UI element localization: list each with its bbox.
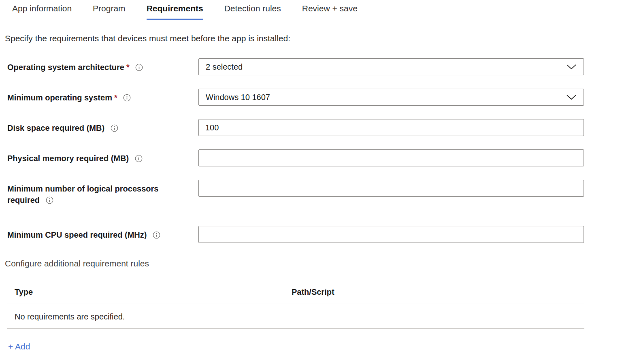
field-label-text: Disk space required (MB) (7, 123, 104, 132)
field-label-text: Minimum number of logical processors req… (7, 184, 158, 204)
tab-program[interactable]: Program (93, 4, 126, 20)
chevron-down-icon (565, 94, 577, 100)
os-architecture-dropdown[interactable]: 2 selected (198, 58, 584, 75)
column-header-type: Type (15, 287, 292, 297)
physical-memory-input[interactable] (198, 149, 584, 166)
required-asterisk: * (114, 93, 117, 102)
tab-review-save[interactable]: Review + save (302, 4, 358, 20)
field-label: Operating system architecture* (7, 58, 198, 73)
info-icon[interactable] (46, 196, 53, 204)
requirements-table: Type Path/Script No requirements are spe… (0, 287, 622, 329)
form-row-disk-space: Disk space required (MB) (0, 119, 622, 136)
info-icon[interactable] (123, 94, 131, 102)
required-asterisk: * (126, 63, 130, 72)
info-icon[interactable] (153, 231, 160, 239)
tab-requirements[interactable]: Requirements (147, 4, 203, 20)
field-label: Minimum CPU speed required (MHz) (7, 226, 198, 241)
field-label: Disk space required (MB) (7, 119, 198, 134)
table-empty-message: No requirements are specified. (0, 312, 622, 321)
table-divider-top (7, 304, 584, 304)
field-label-text: Operating system architecture (7, 63, 124, 72)
form-row-os-architecture: Operating system architecture* 2 selecte… (0, 58, 622, 75)
tab-app-information[interactable]: App information (12, 4, 72, 20)
info-icon[interactable] (135, 155, 143, 162)
field-label-text: Minimum CPU speed required (MHz) (7, 230, 147, 239)
info-icon[interactable] (111, 124, 118, 132)
form-row-physical-memory: Physical memory required (MB) (0, 149, 622, 166)
info-icon[interactable] (135, 64, 143, 71)
form-row-min-os: Minimum operating system* Windows 10 160… (0, 89, 622, 106)
additional-rules-heading: Configure additional requirement rules (5, 259, 622, 268)
table-divider-bottom (7, 328, 584, 329)
logical-processors-input[interactable] (198, 180, 584, 197)
dropdown-selected-value: Windows 10 1607 (206, 93, 270, 102)
wizard-tabs: App information Program Requirements Det… (0, 0, 622, 20)
requirements-form: Operating system architecture* 2 selecte… (0, 58, 622, 243)
form-row-cpu-speed: Minimum CPU speed required (MHz) (0, 226, 622, 243)
min-os-dropdown[interactable]: Windows 10 1607 (198, 89, 584, 106)
form-row-logical-processors: Minimum number of logical processors req… (0, 180, 622, 206)
field-label-text: Physical memory required (MB) (7, 154, 129, 163)
disk-space-input[interactable] (198, 119, 584, 136)
field-label-text: Minimum operating system (7, 93, 112, 102)
cpu-speed-input[interactable] (198, 226, 584, 243)
table-header-row: Type Path/Script (0, 287, 622, 297)
field-label: Minimum operating system* (7, 89, 198, 103)
chevron-down-icon (565, 64, 577, 70)
field-label: Minimum number of logical processors req… (7, 180, 198, 206)
tab-detection-rules[interactable]: Detection rules (224, 4, 281, 20)
column-header-path-script: Path/Script (292, 287, 334, 297)
page-subtitle: Specify the requirements that devices mu… (5, 34, 622, 43)
field-label: Physical memory required (MB) (7, 149, 198, 164)
add-requirement-button[interactable]: + Add (8, 342, 30, 351)
dropdown-selected-value: 2 selected (206, 62, 243, 72)
